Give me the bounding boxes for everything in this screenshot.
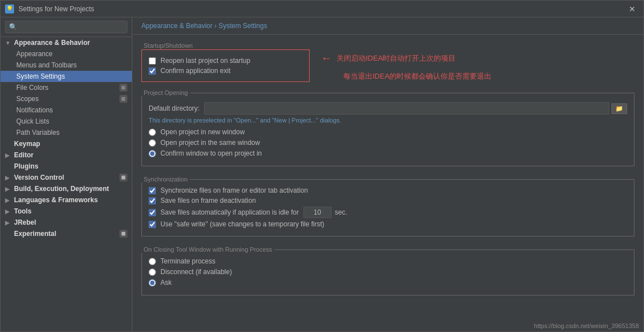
sidebar-item-scopes[interactable]: Scopes ⊞ <box>1 93 132 104</box>
save-auto-checkbox[interactable] <box>149 209 156 216</box>
sidebar-label: Menus and Toolbars <box>16 61 77 69</box>
disconnect-label[interactable]: Disconnect (if available) <box>160 268 232 276</box>
search-box <box>1 17 132 37</box>
sync-on-frame-row: Synchronize files on frame or editor tab… <box>149 187 627 194</box>
ask-radio[interactable] <box>149 279 156 286</box>
expand-arrow: ▼ <box>5 40 12 46</box>
sidebar-item-editor[interactable]: ▶ Editor <box>1 149 132 161</box>
safe-write-label[interactable]: Use "safe write" (save changes to a temp… <box>160 220 324 228</box>
idle-time-input[interactable] <box>303 207 332 218</box>
search-input[interactable] <box>5 21 127 33</box>
close-button[interactable]: ✕ <box>625 3 639 15</box>
experimental-badge: ⊞ <box>119 230 127 238</box>
sidebar-item-appearance-behavior[interactable]: ▼ Appearance & Behavior <box>1 37 132 48</box>
sync-frame-label[interactable]: Synchronize files on frame or editor tab… <box>160 187 308 194</box>
breadcrumb-part2: System Settings <box>218 22 267 30</box>
closing-border: Terminate process Disconnect (if availab… <box>141 249 634 295</box>
sec-unit: sec. <box>335 208 347 216</box>
sidebar-label: Version Control <box>14 174 64 181</box>
save-auto-row: Save files automatically if application … <box>149 207 627 218</box>
reopen-last-project-checkbox[interactable] <box>149 57 156 65</box>
closing-title: On Closing Tool Window with Running Proc… <box>141 246 274 253</box>
open-new-window-label[interactable]: Open project in new window <box>160 128 245 136</box>
sidebar-item-experimental[interactable]: ▶ Experimental ⊞ <box>1 228 132 239</box>
sidebar-item-appearance[interactable]: Appearance <box>1 48 132 60</box>
sidebar-item-file-colors[interactable]: File Colors ⊞ <box>1 82 132 93</box>
expand-arrow: ▶ <box>5 186 12 192</box>
save-on-deactivation-row: Save files on frame deactivation <box>149 197 627 204</box>
confirm-window-row: Confirm window to open project in <box>149 149 627 157</box>
startup-row: Startup/Shutdown Reopen last project on … <box>141 42 634 82</box>
reopen-last-project-label[interactable]: Reopen last project on startup <box>160 57 250 65</box>
confirm-window-radio[interactable] <box>149 150 156 157</box>
default-dir-input[interactable] <box>204 102 609 115</box>
watermark: https://blog.csdn.net/weixin_39651358 <box>534 322 639 329</box>
save-deact-label[interactable]: Save files on frame deactivation <box>160 197 256 204</box>
expand-arrow: ▶ <box>5 208 12 215</box>
settings-content: Startup/Shutdown Reopen last project on … <box>132 35 643 311</box>
project-opening-border: Default directory: 📁 This directory is p… <box>141 93 634 166</box>
sidebar-item-quick-lists[interactable]: Quick Lists <box>1 116 132 127</box>
confirm-exit-row: Confirm application exit <box>149 67 302 75</box>
confirm-window-label[interactable]: Confirm window to open project in <box>160 149 262 157</box>
save-deact-checkbox[interactable] <box>149 197 156 204</box>
sidebar-label: Scopes <box>16 95 39 103</box>
sidebar-item-languages-frameworks[interactable]: ▶ Languages & Frameworks <box>1 194 132 206</box>
sidebar-label: Keymap <box>14 140 40 148</box>
sidebar-item-system-settings[interactable]: System Settings <box>1 71 132 82</box>
confirm-exit-checkbox[interactable] <box>149 67 156 75</box>
sidebar-item-keymap[interactable]: ▶ Keymap <box>1 138 132 149</box>
terminate-radio[interactable] <box>149 258 156 265</box>
app-icon: 💡 <box>5 4 14 13</box>
sync-label-wrap: Synchronization <box>141 175 634 183</box>
open-same-window-label[interactable]: Open project in the same window <box>160 139 260 147</box>
sidebar-item-tools[interactable]: ▶ Tools <box>1 206 132 217</box>
project-opening-label-wrap: Project Opening <box>141 89 634 97</box>
save-auto-label[interactable]: Save files automatically if application … <box>160 208 299 216</box>
terminate-label[interactable]: Terminate process <box>160 257 215 265</box>
breadcrumb-part1: Appearance & Behavior <box>141 22 213 30</box>
default-dir-row: Default directory: 📁 <box>149 102 627 115</box>
settings-main: Appearance & Behavior › System Settings … <box>132 17 643 331</box>
sidebar-label: System Settings <box>16 72 65 80</box>
sidebar-item-path-variables[interactable]: Path Variables <box>1 127 132 138</box>
sidebar-item-jrebel[interactable]: ▶ JRebel <box>1 217 132 228</box>
open-new-window-radio[interactable] <box>149 129 156 136</box>
expand-arrow: ▶ <box>5 152 12 158</box>
vc-badge: ⊞ <box>119 174 127 181</box>
default-dir-label: Default directory: <box>149 104 200 112</box>
annotation-text2: 每当退出IDEA的时候都会确认你是否需要退出 <box>343 72 491 80</box>
ask-label[interactable]: Ask <box>160 279 172 286</box>
startup-section-wrap: Startup/Shutdown Reopen last project on … <box>141 42 310 82</box>
sync-frame-checkbox[interactable] <box>149 187 156 194</box>
expand-arrow: ▶ <box>5 175 12 181</box>
sidebar: ▼ Appearance & Behavior Appearance Menus… <box>1 17 132 331</box>
settings-window: 💡 Settings for New Projects ✕ ▼ Appearan… <box>0 0 644 332</box>
annotations-panel: ← 关闭启动IDEA时自动打开上次的项目 每当退出IDEA的时候都会确认你是否需… <box>321 52 491 81</box>
disconnect-radio[interactable] <box>149 269 156 276</box>
browse-button[interactable]: 📁 <box>611 103 627 114</box>
safe-write-checkbox[interactable] <box>149 221 156 228</box>
sidebar-label: Appearance & Behavior <box>14 39 90 47</box>
sidebar-item-menus-toolbars[interactable]: Menus and Toolbars <box>1 60 132 71</box>
startup-section-border: Reopen last project on startup Confirm a… <box>141 49 310 82</box>
annotation-line2: 每当退出IDEA的时候都会确认你是否需要退出 <box>343 71 491 81</box>
closing-label-wrap: On Closing Tool Window with Running Proc… <box>141 245 634 253</box>
sidebar-item-version-control[interactable]: ▶ Version Control ⊞ <box>1 172 132 183</box>
open-same-window-radio[interactable] <box>149 139 156 147</box>
open-same-window-row: Open project in the same window <box>149 139 627 147</box>
confirm-exit-label[interactable]: Confirm application exit <box>160 67 231 75</box>
sidebar-label: Experimental <box>14 230 56 238</box>
sidebar-item-plugins[interactable]: ▶ Plugins <box>1 161 132 172</box>
disconnect-row: Disconnect (if available) <box>149 268 627 276</box>
expand-arrow: ▶ <box>5 220 12 226</box>
sidebar-label: Path Variables <box>16 129 59 137</box>
arrow-icon: ← <box>321 52 332 65</box>
sidebar-label: Editor <box>14 151 34 159</box>
file-colors-badge: ⊞ <box>119 84 127 92</box>
sidebar-label: Plugins <box>14 162 38 170</box>
sidebar-item-notifications[interactable]: Notifications <box>1 104 132 116</box>
sidebar-item-build-execution[interactable]: ▶ Build, Execution, Deployment <box>1 183 132 194</box>
project-opening-section: Project Opening Default directory: 📁 Thi… <box>141 89 634 166</box>
terminate-row: Terminate process <box>149 257 627 265</box>
